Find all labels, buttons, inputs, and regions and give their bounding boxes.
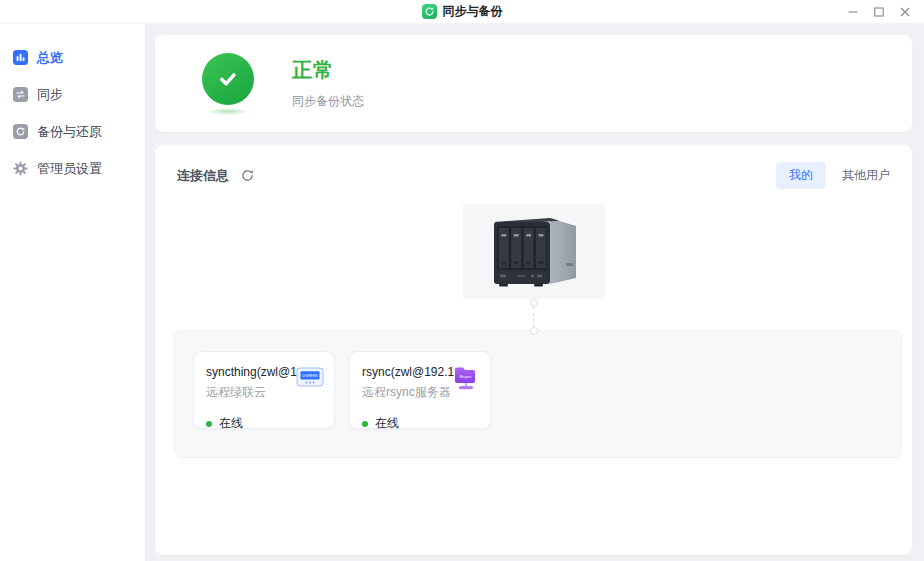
connection-header: 连接信息 我的 其他用户 xyxy=(155,162,912,189)
sidebar-item-admin-settings[interactable]: 管理员设置 xyxy=(0,150,145,187)
device-status-text: 在线 xyxy=(219,415,243,432)
connection-link xyxy=(530,299,538,335)
status-texts: 正常 同步备份状态 xyxy=(292,57,364,110)
maximize-button[interactable] xyxy=(866,1,892,23)
link-dashed-line xyxy=(533,307,534,327)
device-type: 远程绿联云 xyxy=(206,384,298,401)
status-subtitle: 同步备份状态 xyxy=(292,93,364,110)
admin-settings-icon xyxy=(13,161,28,176)
app-window: 同步与备份 总览 xyxy=(0,0,924,561)
sync-backup-app-icon xyxy=(422,4,437,19)
sync-icon xyxy=(13,87,28,102)
svg-text:UGREEN: UGREEN xyxy=(302,374,318,378)
refresh-button[interactable] xyxy=(240,168,255,183)
close-icon xyxy=(899,6,911,18)
window-title: 同步与备份 xyxy=(443,3,503,20)
status-check-icon xyxy=(202,53,254,105)
minimize-icon xyxy=(847,6,859,18)
online-dot-icon xyxy=(362,421,368,427)
close-button[interactable] xyxy=(892,1,918,23)
titlebar: 同步与备份 xyxy=(0,0,924,24)
device-card-syncthing[interactable]: syncthing(zwl@19... 远程绿联云 UGREEN 在线 xyxy=(193,351,335,429)
sidebar-item-overview[interactable]: 总览 xyxy=(0,39,145,76)
sidebar-item-sync[interactable]: 同步 xyxy=(0,76,145,113)
ugreen-cloud-icon: UGREEN xyxy=(295,363,325,393)
nas-illustration-icon xyxy=(484,212,584,292)
refresh-icon xyxy=(240,168,255,183)
filter-tab-other-users[interactable]: 其他用户 xyxy=(842,167,890,184)
status-check-wrap xyxy=(202,53,254,115)
minimize-button[interactable] xyxy=(840,1,866,23)
window-controls xyxy=(840,0,918,24)
status-title: 正常 xyxy=(292,57,364,84)
device-card-rsync[interactable]: rsync(zwl@192.16... 远程rsync服务器 Rsync 在线 xyxy=(349,351,491,429)
backup-restore-icon xyxy=(13,124,28,139)
main-content: 正常 同步备份状态 连接信息 我的 其他用户 xyxy=(146,24,924,561)
device-status: 在线 xyxy=(206,415,322,432)
sidebar: 总览 同步 备份与还原 管理员设置 xyxy=(0,24,146,561)
overview-icon xyxy=(13,50,28,65)
svg-text:Rsync: Rsync xyxy=(459,374,472,379)
device-status-text: 在线 xyxy=(375,415,399,432)
link-node-bottom xyxy=(530,327,538,335)
maximize-icon xyxy=(873,6,885,18)
online-dot-icon xyxy=(206,421,212,427)
status-check-shadow xyxy=(206,108,250,115)
connection-title: 连接信息 xyxy=(177,167,229,185)
sidebar-item-label: 备份与还原 xyxy=(37,123,102,141)
device-status: 在线 xyxy=(362,415,478,432)
sidebar-item-label: 管理员设置 xyxy=(37,160,102,178)
device-name: rsync(zwl@192.16... xyxy=(362,365,454,379)
status-card: 正常 同步备份状态 xyxy=(155,35,912,132)
sidebar-item-backup-restore[interactable]: 备份与还原 xyxy=(0,113,145,150)
connection-diagram: syncthing(zwl@19... 远程绿联云 UGREEN 在线 xyxy=(155,204,912,555)
nas-device-image xyxy=(463,204,605,299)
device-name: syncthing(zwl@19... xyxy=(206,365,298,379)
devices-panel: syncthing(zwl@19... 远程绿联云 UGREEN 在线 xyxy=(174,330,902,458)
sidebar-item-label: 总览 xyxy=(37,49,63,67)
filter-tab-mine[interactable]: 我的 xyxy=(776,162,826,189)
connection-card: 连接信息 我的 其他用户 xyxy=(155,145,912,555)
sidebar-item-label: 同步 xyxy=(37,86,63,104)
rsync-server-icon: Rsync xyxy=(451,363,481,393)
titlebar-center: 同步与备份 xyxy=(422,3,503,20)
device-type: 远程rsync服务器 xyxy=(362,384,454,401)
link-node-top xyxy=(530,299,538,307)
